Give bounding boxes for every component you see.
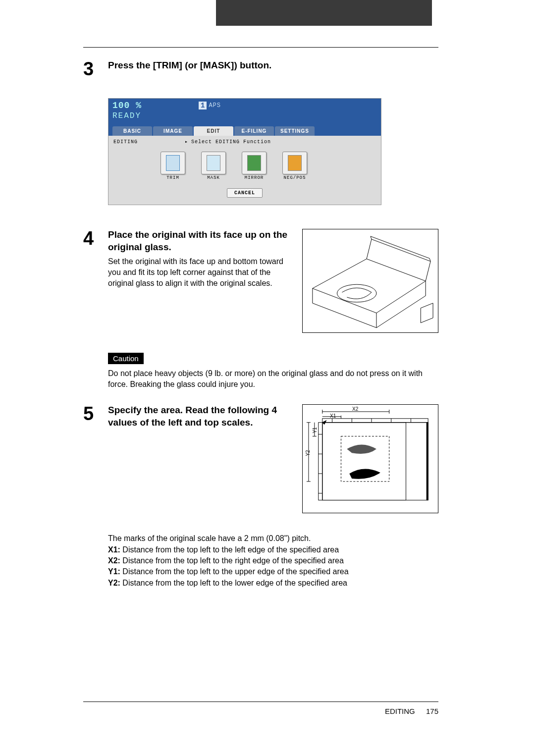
caution-text: Do not place heavy objects (9 lb. or mor… bbox=[108, 368, 438, 389]
step-5: 5 Specify the area. Read the following 4… bbox=[83, 404, 438, 513]
status-bar: 100 % 1 APS READY bbox=[108, 99, 381, 123]
trim-label: TRIM bbox=[156, 175, 190, 180]
copier-glass-illustration bbox=[302, 229, 438, 333]
footer-section: EDITING bbox=[385, 707, 415, 715]
y1-def-label: Y1: bbox=[108, 567, 120, 576]
mirror-label: MIRROR bbox=[237, 175, 271, 180]
negpos-label: NEG/POS bbox=[277, 175, 312, 180]
mask-button[interactable]: MASK bbox=[196, 152, 231, 180]
footer-page-number: 175 bbox=[426, 707, 438, 715]
y1-label: Y1 bbox=[312, 428, 318, 433]
step-5-heading: Specify the area. Read the following 4 v… bbox=[108, 404, 292, 429]
caution-block: Caution Do not place heavy objects (9 lb… bbox=[83, 353, 438, 389]
aps-label: APS bbox=[209, 102, 221, 109]
mask-label: MASK bbox=[196, 175, 231, 180]
breadcrumb: EDITING ▸ Select EDITING Function bbox=[113, 139, 376, 145]
x1-def-label: X1: bbox=[108, 545, 120, 554]
negpos-icon bbox=[282, 152, 307, 174]
copy-count: 1 bbox=[199, 102, 207, 109]
step-3-heading: Press the [TRIM] (or [MASK]) button. bbox=[108, 59, 438, 72]
step-3: 3 Press the [TRIM] (or [MASK]) button. bbox=[83, 59, 438, 78]
x2-def-label: X2: bbox=[108, 556, 120, 565]
breadcrumb-section: EDITING bbox=[113, 139, 138, 145]
svg-rect-2 bbox=[322, 419, 428, 423]
step-4-heading: Place the original with its face up on t… bbox=[108, 229, 292, 253]
x1-label: X1 bbox=[330, 413, 336, 419]
tab-image[interactable]: IMAGE bbox=[153, 126, 193, 136]
x2-label: X2 bbox=[352, 406, 358, 412]
ready-status: READY bbox=[112, 111, 377, 120]
scale-diagram: X2 X1 Y1 Y2 bbox=[302, 404, 438, 513]
y2-label: Y2 bbox=[305, 450, 311, 456]
svg-rect-13 bbox=[322, 423, 406, 500]
breadcrumb-arrow-icon: ▸ bbox=[185, 139, 188, 145]
copier-touchscreen: 100 % 1 APS READY BASIC IMAGE EDIT E-FIL… bbox=[108, 98, 381, 205]
y2-def: Distance from the top left to the lower … bbox=[120, 579, 347, 587]
mask-icon bbox=[201, 152, 226, 174]
trim-button[interactable]: TRIM bbox=[156, 152, 190, 180]
x2-def: Distance from the top left to the right … bbox=[120, 556, 344, 565]
step-5-description: The marks of the original scale have a 2… bbox=[108, 533, 438, 589]
zoom-percent: 100 % bbox=[112, 101, 142, 110]
page-content: 3 Press the [TRIM] (or [MASK]) button. 1… bbox=[83, 47, 438, 692]
caution-label: Caution bbox=[108, 353, 144, 364]
negpos-button[interactable]: NEG/POS bbox=[277, 152, 312, 180]
step-5-intro: The marks of the original scale have a 2… bbox=[108, 533, 438, 544]
tab-edit[interactable]: EDIT bbox=[194, 126, 233, 136]
y1-def: Distance from the top left to the upper … bbox=[120, 567, 349, 576]
tab-settings[interactable]: SETTINGS bbox=[275, 126, 315, 136]
y2-def-label: Y2: bbox=[108, 579, 120, 587]
tab-basic[interactable]: BASIC bbox=[112, 126, 152, 136]
mirror-icon bbox=[242, 152, 267, 174]
tab-bar: BASIC IMAGE EDIT E-FILING SETTINGS bbox=[108, 123, 381, 136]
tab-efiling[interactable]: E-FILING bbox=[234, 126, 274, 136]
trim-icon bbox=[160, 152, 185, 174]
svg-rect-15 bbox=[427, 423, 428, 500]
page-footer: EDITING 175 bbox=[83, 702, 438, 715]
header-tab-dark bbox=[216, 0, 432, 26]
mirror-button[interactable]: MIRROR bbox=[237, 152, 271, 180]
breadcrumb-hint: Select EDITING Function bbox=[191, 139, 271, 145]
step-4-body: Set the original with its face up and bo… bbox=[108, 256, 292, 288]
step-number: 3 bbox=[83, 59, 103, 78]
step-number: 5 bbox=[83, 404, 103, 513]
scale-diagram-svg bbox=[303, 405, 438, 513]
x1-def: Distance from the top left to the left e… bbox=[120, 545, 339, 554]
svg-rect-1 bbox=[322, 423, 428, 500]
cancel-button[interactable]: CANCEL bbox=[227, 188, 263, 198]
copier-line-art-icon bbox=[303, 229, 438, 332]
step-4: 4 Place the original with its face up on… bbox=[83, 229, 438, 333]
step-number: 4 bbox=[83, 229, 103, 333]
